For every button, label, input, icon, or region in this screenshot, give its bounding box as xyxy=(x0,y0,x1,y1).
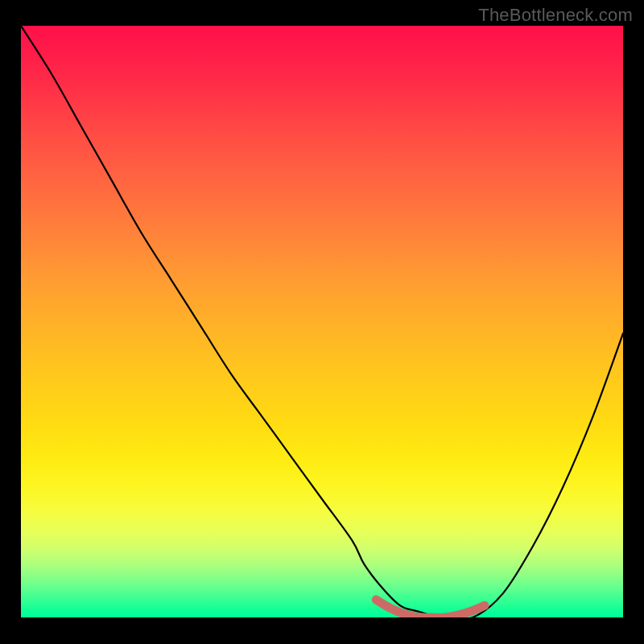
optimal-range-marker xyxy=(21,26,623,617)
plot-area xyxy=(21,26,623,617)
chart-frame: TheBottleneck.com xyxy=(0,0,644,644)
watermark-text: TheBottleneck.com xyxy=(478,5,633,26)
